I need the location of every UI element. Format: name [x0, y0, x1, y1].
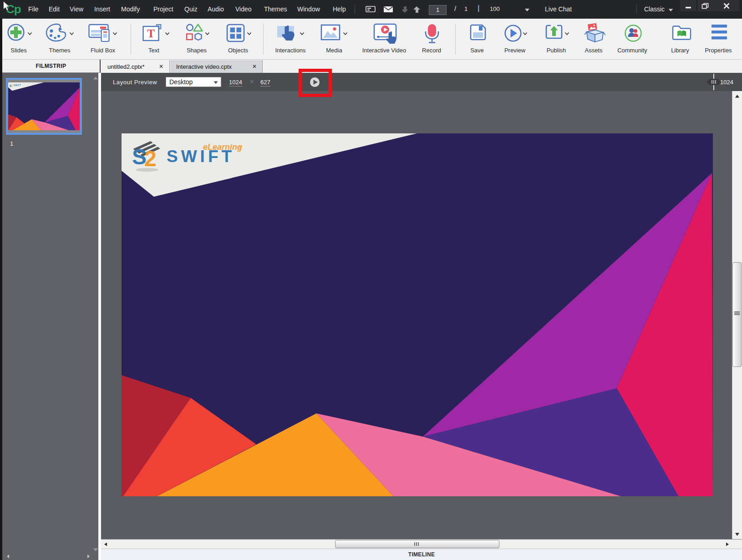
svg-text:T: T	[147, 27, 155, 40]
svg-text:SWIFT: SWIFT	[14, 84, 21, 87]
svg-text:eLearning: eLearning	[203, 143, 242, 152]
svg-text:2: 2	[144, 147, 157, 171]
svg-text:2: 2	[11, 84, 13, 87]
